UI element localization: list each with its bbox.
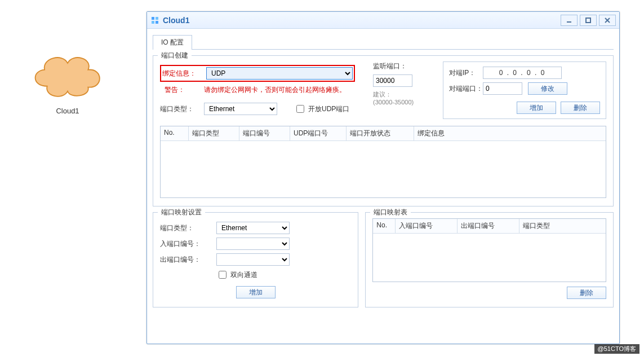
- listen-port-label: 监听端口：: [373, 61, 407, 71]
- remove-port-button[interactable]: 删除: [561, 102, 600, 114]
- bind-info-select[interactable]: UDP: [206, 67, 353, 80]
- port-table-body: [161, 141, 606, 197]
- port-create-legend: 端口创建: [158, 51, 192, 60]
- map-add-button[interactable]: 增加: [236, 286, 276, 298]
- maximize-button[interactable]: [580, 15, 597, 26]
- svg-rect-2: [152, 21, 154, 24]
- map-col-type[interactable]: 端口类型: [519, 219, 606, 233]
- peer-port-label: 对端端口：: [449, 84, 483, 94]
- tab-strip: IO 配置: [153, 34, 614, 50]
- col-openstat[interactable]: 端口开放状态: [347, 126, 414, 140]
- bidir-checkbox-wrap[interactable]: 双向通道: [216, 269, 257, 280]
- bind-info-label: 绑定信息：: [162, 69, 206, 78]
- port-create-group: 端口创建 绑定信息： UDP 警告： 请勿绑定公网网卡，否则可: [153, 55, 614, 206]
- map-table[interactable]: No. 入端口编号 出端口编号 端口类型: [372, 218, 606, 282]
- watermark: @51CTO博客: [594, 344, 639, 354]
- map-col-out[interactable]: 出端口编号: [458, 219, 519, 233]
- col-udpno[interactable]: UDP端口号: [290, 126, 347, 140]
- open-udp-checkbox[interactable]: [296, 105, 304, 113]
- titlebar[interactable]: Cloud1: [147, 12, 619, 29]
- map-port-type-select[interactable]: Ethernet: [216, 222, 290, 234]
- map-table-body: [373, 234, 606, 282]
- port-map-table-group: 端口映射表 No. 入端口编号 出端口编号 端口类型 删除: [365, 212, 614, 307]
- warning-label: 警告：: [165, 85, 193, 95]
- map-table-legend: 端口映射表: [370, 208, 411, 217]
- modify-button[interactable]: 修改: [528, 82, 567, 95]
- minimize-button[interactable]: [561, 15, 578, 26]
- cloud-node[interactable]: Cloud1: [25, 45, 110, 115]
- svg-rect-5: [586, 18, 590, 23]
- col-no[interactable]: No.: [161, 126, 189, 140]
- port-table[interactable]: No. 端口类型 端口编号 UDP端口号 端口开放状态 绑定信息: [160, 126, 606, 198]
- out-port-no-label: 出端口编号：: [160, 255, 216, 265]
- cloud-config-window: Cloud1 IO 配置 端口创建 绑定信息： UDP: [146, 11, 620, 344]
- open-udp-label: 开放UDP端口: [308, 104, 349, 114]
- out-port-no-select[interactable]: [216, 253, 290, 266]
- port-type-select[interactable]: Ethernet: [204, 103, 277, 115]
- map-settings-legend: 端口映射设置: [158, 208, 205, 217]
- bidir-checkbox[interactable]: [219, 271, 226, 279]
- map-col-no[interactable]: No.: [373, 219, 396, 233]
- map-port-type-label: 端口类型：: [160, 223, 216, 233]
- suggest-label: 建议：: [373, 90, 392, 98]
- peer-ip-label: 对端IP：: [449, 68, 483, 78]
- col-portno[interactable]: 端口编号: [239, 126, 290, 140]
- close-button[interactable]: [599, 15, 616, 26]
- in-port-no-label: 入端口编号：: [160, 239, 216, 249]
- warning-text: 请勿绑定公网网卡，否则可能会引起网络瘫痪。: [204, 85, 346, 95]
- add-port-button[interactable]: 增加: [517, 102, 556, 114]
- svg-rect-1: [156, 17, 158, 20]
- bind-info-highlight: 绑定信息： UDP: [160, 65, 355, 82]
- cloud-icon: [25, 45, 110, 102]
- tab-io-config[interactable]: IO 配置: [153, 35, 192, 50]
- col-type[interactable]: 端口类型: [189, 126, 239, 140]
- svg-rect-3: [156, 21, 158, 24]
- window-title: Cloud1: [163, 16, 189, 25]
- col-bindinfo[interactable]: 绑定信息: [414, 126, 606, 140]
- peer-port-input[interactable]: [483, 82, 522, 95]
- suggest-range: (30000-35000): [373, 99, 414, 106]
- listen-port-input[interactable]: [373, 74, 412, 87]
- app-icon: [150, 16, 159, 25]
- in-port-no-select[interactable]: [216, 238, 290, 250]
- cloud-label: Cloud1: [25, 107, 110, 115]
- map-remove-button[interactable]: 删除: [567, 287, 606, 299]
- svg-rect-0: [152, 17, 154, 20]
- port-type-label: 端口类型：: [160, 104, 204, 114]
- open-udp-checkbox-wrap[interactable]: 开放UDP端口: [294, 103, 349, 115]
- port-map-settings-group: 端口映射设置 端口类型： Ethernet 入端口编号： 出端口编号： 双向通: [153, 212, 358, 307]
- map-col-in[interactable]: 入端口编号: [396, 219, 458, 233]
- peer-ip-input[interactable]: 0 . 0 . 0 . 0: [483, 67, 562, 79]
- bidir-label: 双向通道: [230, 270, 257, 280]
